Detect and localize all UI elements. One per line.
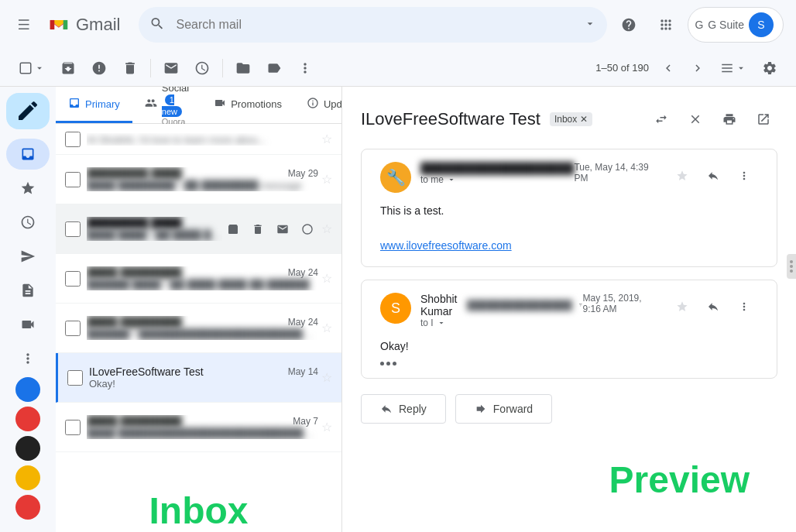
list-item-selected[interactable]: ILoveFreeSoftware Test May 14 Okay! ☆ <box>56 353 341 403</box>
email-star[interactable]: ☆ <box>321 321 332 335</box>
msg-star-2[interactable] <box>668 293 696 321</box>
msg-more-1[interactable] <box>730 162 758 190</box>
email-star[interactable]: ☆ <box>321 132 332 146</box>
account-avatar-5[interactable] <box>15 495 40 520</box>
inbox-badge-close[interactable]: ✕ <box>580 114 588 125</box>
spam-button[interactable] <box>85 56 113 81</box>
list-item[interactable]: ████ ████████ May 24 ██████ • ██████████… <box>56 304 341 353</box>
layout-button[interactable] <box>714 57 753 80</box>
mark-read-button[interactable] <box>157 56 185 81</box>
compose-button[interactable] <box>6 93 50 129</box>
email-content: ████ ████████ May 24 ██████ • ██████████… <box>87 316 318 340</box>
archive-button[interactable] <box>54 56 82 81</box>
msg-to-2[interactable]: to I <box>420 317 434 328</box>
settings-button[interactable] <box>756 56 784 81</box>
apps-button[interactable] <box>650 9 681 40</box>
sidebar-item-meet[interactable] <box>6 309 50 340</box>
msg-reply-1[interactable] <box>699 162 727 190</box>
account-avatar-2[interactable] <box>15 407 40 431</box>
divider-2 <box>222 59 223 77</box>
tab-social-icon <box>145 97 157 112</box>
email-checkbox[interactable] <box>65 321 81 336</box>
email-date: May 24 <box>288 317 318 328</box>
list-item[interactable]: ████ ████████ May 24 ██████ ████ • ██ ██… <box>56 254 341 304</box>
snooze-hover-icon[interactable] <box>297 218 318 240</box>
tab-promotions[interactable]: Promotions <box>201 87 294 123</box>
labels-button[interactable] <box>260 56 288 81</box>
next-page-button[interactable] <box>684 57 711 80</box>
email-content: ████████ ████ ████ ████ • ██ ████ ████ █… <box>87 217 222 241</box>
tab-primary[interactable]: Primary <box>56 87 132 123</box>
select-checkbox[interactable] <box>12 57 51 80</box>
sidebar-item-snoozed[interactable] <box>6 207 50 238</box>
forward-button[interactable]: Forward <box>455 394 552 424</box>
tab-social[interactable]: Social 1 new Quora <box>132 87 201 123</box>
forward-all-icon[interactable] <box>647 105 675 133</box>
email-star[interactable]: ☆ <box>321 370 332 385</box>
delete-hover-icon[interactable] <box>247 218 269 240</box>
account-avatar-3[interactable] <box>15 436 40 461</box>
list-item[interactable]: Hi Shobhit, I'd love to learn more abou.… <box>56 124 341 155</box>
account-avatar-1[interactable] <box>15 377 40 402</box>
account-avatar-4[interactable] <box>15 465 40 490</box>
user-avatar[interactable]: S <box>749 12 774 37</box>
tab-updates-label: Updates <box>324 98 342 110</box>
email-star[interactable]: ☆ <box>321 172 332 187</box>
msg-reply-2[interactable] <box>699 293 727 321</box>
resize-handle[interactable] <box>787 254 796 279</box>
email-checkbox[interactable] <box>65 172 81 187</box>
main-layout: Primary Social 1 new Quora Promotions <box>0 87 796 532</box>
email-checkbox[interactable] <box>65 132 81 147</box>
message-card-1: 🔧 ████████████████████ to me Tue, May 14… <box>361 149 777 267</box>
email-subject-bar: ILoveFreeSoftware Test Inbox ✕ <box>361 105 777 133</box>
reply-button[interactable]: Reply <box>361 394 446 424</box>
msg-to-1[interactable]: to me <box>420 174 444 185</box>
email-star[interactable]: ☆ <box>321 271 332 286</box>
email-star[interactable]: ☆ <box>321 420 332 434</box>
sidebar-item-more[interactable] <box>6 343 50 374</box>
list-item[interactable]: ████ ████████ May 7 ████ ███████████████… <box>56 403 341 452</box>
email-sender: ████████ ████ <box>87 167 182 180</box>
help-button[interactable] <box>613 9 644 40</box>
sidebar-item-inbox[interactable] <box>6 139 50 170</box>
msg-star-1[interactable] <box>668 162 696 190</box>
menu-button[interactable] <box>12 13 39 36</box>
email-checkbox[interactable] <box>65 271 81 287</box>
sidebar-item-drafts[interactable] <box>6 275 50 306</box>
print-icon[interactable] <box>715 105 743 133</box>
email-snippet: ████ ████████████████████████████████ <box>87 427 318 439</box>
archive-icon[interactable] <box>222 218 244 240</box>
subject-icons <box>647 105 777 133</box>
snooze-button[interactable] <box>188 56 216 81</box>
msg-more-2[interactable] <box>730 293 758 321</box>
email-snippet: ████ ████████ • ██ ████████ message <box>87 180 318 191</box>
sidebar-item-sent[interactable] <box>6 241 50 272</box>
search-input[interactable] <box>139 7 607 43</box>
close-email-icon[interactable] <box>681 105 709 133</box>
email-content: ████ ████████ May 24 ██████ ████ • ██ ██… <box>87 266 318 290</box>
expand-dots[interactable] <box>380 362 758 366</box>
msg-link-1[interactable]: www.ilovefreesoftware.com <box>380 239 512 252</box>
email-checkbox[interactable] <box>65 420 81 435</box>
msg-time-1: Tue, May 14, 4:39 PM <box>574 162 662 184</box>
inbox-watermark-container: Inbox <box>56 486 341 532</box>
sidebar-item-starred[interactable] <box>6 173 50 204</box>
email-checkbox[interactable] <box>67 370 83 386</box>
tab-updates[interactable]: Updates <box>294 87 342 123</box>
mark-unread-icon[interactable] <box>272 218 293 240</box>
more-button[interactable] <box>291 56 319 81</box>
toolbar-right: 1–50 of 190 <box>595 56 784 81</box>
delete-button[interactable] <box>116 56 144 81</box>
list-item[interactable]: ████████ ████ ████ ████ • ██ ████ ████ █… <box>56 204 341 254</box>
gsuite-button[interactable]: G G Suite S <box>688 7 784 43</box>
email-star[interactable]: ☆ <box>321 221 332 236</box>
email-checkbox[interactable] <box>65 221 81 237</box>
tabs: Primary Social 1 new Quora Promotions <box>56 87 341 124</box>
list-item[interactable]: ████████ ████ May 29 ████ ████████ • ██ … <box>56 155 341 204</box>
email-content: ILoveFreeSoftware Test May 14 Okay! <box>89 366 318 390</box>
search-dropdown-icon[interactable] <box>584 18 596 33</box>
open-new-icon[interactable] <box>750 105 777 133</box>
move-button[interactable] <box>229 56 257 81</box>
svg-rect-0 <box>19 19 29 21</box>
prev-page-button[interactable] <box>655 57 681 80</box>
